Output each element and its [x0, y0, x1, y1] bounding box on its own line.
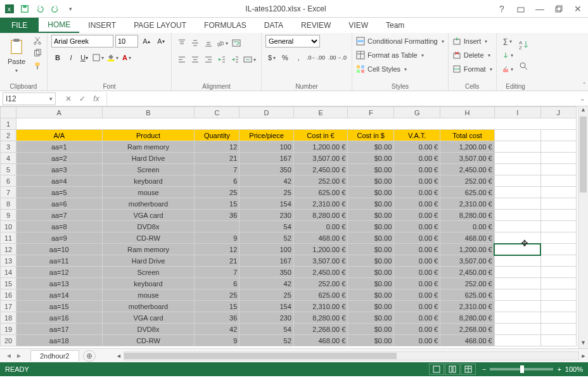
align-left-icon[interactable]	[176, 53, 188, 66]
format-cells-button[interactable]: Format	[452, 63, 492, 75]
cell[interactable]: $0.00	[348, 289, 394, 301]
cell[interactable]: $0.00	[348, 221, 394, 232]
cell[interactable]: mouse	[102, 187, 195, 198]
restore-icon[interactable]	[551, 3, 566, 15]
cell[interactable]	[494, 335, 540, 346]
cell[interactable]	[16, 118, 577, 130]
cell[interactable]: 468.00 €	[293, 232, 347, 244]
cell[interactable]: 54	[240, 324, 293, 335]
conditional-formatting-button[interactable]: Conditional Formatting	[356, 35, 444, 48]
zoom-in-icon[interactable]: +	[557, 365, 561, 373]
number-format-select[interactable]: General	[265, 35, 320, 48]
cell[interactable]: 0.00 €	[394, 312, 440, 324]
cell[interactable]: 8,280.00 €	[293, 210, 347, 221]
cell[interactable]: 25	[240, 289, 293, 301]
cell[interactable]: Price/piece	[240, 130, 293, 141]
insert-cells-button[interactable]: Insert	[452, 35, 492, 48]
cell[interactable]	[195, 221, 240, 232]
enter-formula-icon[interactable]: ✓	[76, 92, 89, 105]
cell[interactable]: $0.00	[348, 267, 394, 278]
cell[interactable]: 252.00 €	[440, 175, 494, 187]
cell[interactable]: A/A	[16, 130, 103, 141]
cell[interactable]: 625.00 €	[293, 187, 347, 198]
cell[interactable]: aa=18	[16, 335, 103, 346]
cell[interactable]: 167	[240, 153, 293, 164]
orientation-icon[interactable]: ab	[215, 37, 229, 49]
cell[interactable]: $0.00	[348, 244, 394, 255]
sheet-nav-next-icon[interactable]: ►	[14, 352, 24, 359]
cell[interactable]: 0.00 €	[394, 289, 440, 301]
cell[interactable]: mouse	[102, 289, 195, 301]
cell[interactable]	[494, 324, 540, 335]
cell[interactable]: 100	[240, 141, 293, 153]
cell[interactable]	[540, 232, 576, 244]
formula-input[interactable]	[106, 92, 577, 105]
cell[interactable]: $0.00	[348, 255, 394, 267]
col-header[interactable]: A	[16, 107, 103, 118]
cell[interactable]	[540, 221, 576, 232]
cell[interactable]: 0.00 €	[394, 255, 440, 267]
cell[interactable]: 25	[240, 187, 293, 198]
decrease-indent-icon[interactable]	[215, 53, 228, 66]
sheet-nav-prev-icon[interactable]: ◄	[4, 352, 14, 359]
scroll-up-icon[interactable]: ▲	[578, 106, 588, 115]
cell[interactable]: $0.00	[348, 278, 394, 289]
cell[interactable]: 12	[195, 244, 240, 255]
row-header[interactable]: 20	[1, 335, 16, 346]
paste-button[interactable]: Paste ▾	[4, 35, 29, 77]
tab-review[interactable]: REVIEW	[292, 18, 340, 33]
tab-home[interactable]: HOME	[39, 18, 79, 33]
cell[interactable]: 154	[240, 301, 293, 312]
tab-pagelayout[interactable]: PAGE LAYOUT	[125, 18, 195, 33]
row-header[interactable]: 14	[1, 267, 16, 278]
font-name-select[interactable]	[51, 35, 113, 48]
cell[interactable]	[494, 164, 540, 175]
cell[interactable]: Screen	[102, 164, 195, 175]
cell[interactable]: CD-RW	[102, 232, 195, 244]
cell[interactable]: $0.00	[348, 232, 394, 244]
cell[interactable]: Quantity	[195, 130, 240, 141]
cell[interactable]: 8,280.00 €	[293, 312, 347, 324]
cell[interactable]: 2,310.00 €	[440, 301, 494, 312]
cell[interactable]: aa=3	[16, 164, 103, 175]
cell[interactable]: aa=13	[16, 278, 103, 289]
row-header[interactable]: 16	[1, 289, 16, 301]
cell[interactable]: 0.00 €	[293, 221, 347, 232]
cell[interactable]	[540, 244, 576, 255]
cell[interactable]: 468.00 €	[440, 335, 494, 346]
cell[interactable]: 0.00 €	[394, 324, 440, 335]
cell[interactable]	[540, 198, 576, 210]
horizontal-scrollbar[interactable]: ◄ ►	[115, 352, 589, 360]
tab-team[interactable]: Team	[377, 18, 413, 33]
cell[interactable]	[494, 244, 540, 255]
cell[interactable]: 0.00 €	[394, 175, 440, 187]
row-header[interactable]: 12	[1, 244, 16, 255]
row-header[interactable]: 3	[1, 141, 16, 153]
cell[interactable]: 7	[195, 267, 240, 278]
fill-button[interactable]	[501, 49, 514, 61]
cell[interactable]: $0.00	[348, 198, 394, 210]
sheet-table[interactable]: A B C D E F G H I J 1 2 A/A Product Quan…	[0, 106, 577, 346]
qat-customize-icon[interactable]: ▾	[63, 2, 77, 16]
cell[interactable]: Ram memory	[102, 244, 195, 255]
cell[interactable]: 15	[195, 301, 240, 312]
cell[interactable]: 0.00 €	[394, 187, 440, 198]
cell[interactable]: 6	[195, 278, 240, 289]
cell[interactable]: 0.00 €	[394, 141, 440, 153]
page-break-view-icon[interactable]	[461, 364, 476, 375]
italic-button[interactable]: I	[65, 51, 77, 64]
expand-formula-bar-icon[interactable]: ⌄	[577, 95, 588, 102]
cell[interactable]	[494, 130, 540, 141]
col-header[interactable]: B	[102, 107, 195, 118]
cell[interactable]: 0.00 €	[394, 198, 440, 210]
cell[interactable]: aa=6	[16, 198, 103, 210]
cell[interactable]: 350	[240, 267, 293, 278]
scroll-thumb[interactable]	[580, 117, 587, 193]
cell[interactable]: keyboard	[102, 175, 195, 187]
tab-data[interactable]: DATA	[255, 18, 292, 33]
cell[interactable]: 0.00 €	[394, 221, 440, 232]
cell[interactable]: Screen	[102, 267, 195, 278]
cell[interactable]: Ram memory	[102, 141, 195, 153]
name-box[interactable]: I12▾	[3, 92, 56, 105]
cell[interactable]: 2,450.00 €	[440, 267, 494, 278]
